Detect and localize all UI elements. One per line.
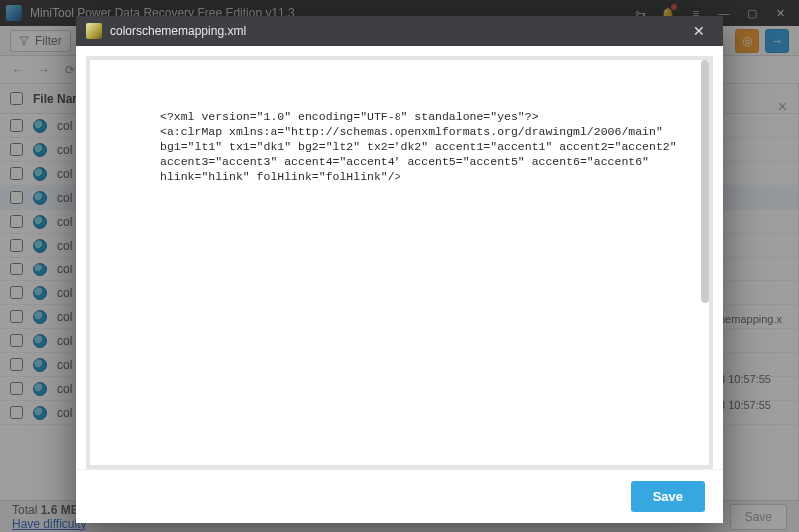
modal-footer: Save: [76, 469, 723, 523]
document-content: <?xml version="1.0" encoding="UTF-8" sta…: [160, 110, 689, 185]
preview-modal: colorschememapping.xml ✕ <?xml version="…: [76, 16, 723, 523]
modal-close-button[interactable]: ✕: [685, 20, 713, 42]
modal-app-icon: [86, 23, 102, 39]
modal-save-button[interactable]: Save: [631, 481, 705, 512]
document-viewport[interactable]: <?xml version="1.0" encoding="UTF-8" sta…: [86, 56, 713, 469]
vertical-scrollbar[interactable]: [701, 60, 709, 303]
modal-body: <?xml version="1.0" encoding="UTF-8" sta…: [76, 46, 723, 469]
modal-header: colorschememapping.xml ✕: [76, 16, 723, 46]
modal-title: colorschememapping.xml: [110, 24, 677, 38]
